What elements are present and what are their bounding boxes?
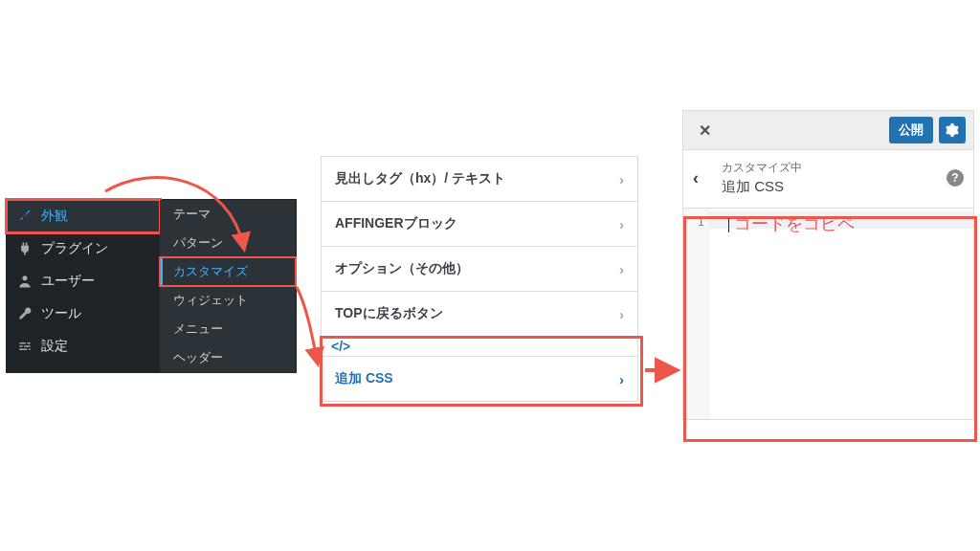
settings-button[interactable] (939, 117, 966, 143)
publish-button[interactable]: 公開 (889, 117, 933, 143)
back-button[interactable]: ‹ (693, 168, 712, 188)
breadcrumb: カスタマイズ中 (722, 160, 937, 176)
sidebar-main-column: 外観 プラグイン ユーザー ツール 設定 (7, 200, 160, 372)
chevron-right-icon: › (619, 371, 624, 387)
row-label: TOPに戻るボタン (335, 305, 443, 322)
sidebar-item-tools[interactable]: ツール (7, 298, 160, 330)
sidebar-submenu-column: テーマ パターン カスタマイズ ウィジェット メニュー ヘッダー (160, 200, 296, 372)
submenu-widgets[interactable]: ウィジェット (160, 286, 296, 315)
wrench-icon (16, 305, 33, 322)
brush-icon (16, 208, 33, 225)
submenu-header[interactable]: ヘッダー (160, 343, 296, 372)
chevron-left-icon: ‹ (693, 168, 699, 187)
submenu-patterns[interactable]: パターン (160, 229, 296, 257)
submenu-customize[interactable]: カスタマイズ (160, 257, 296, 286)
svg-point-0 (22, 276, 27, 280)
row-options-other[interactable]: オプション（その他） › (322, 247, 637, 292)
row-top-button[interactable]: TOPに戻るボタン › (322, 292, 637, 337)
annotation-text: コードをコピペ (734, 214, 855, 233)
line-number: 1 (683, 212, 704, 231)
css-editor[interactable]: 1 コードをコピペ (683, 209, 973, 419)
code-icon: </> (331, 339, 350, 354)
sidebar-item-label: プラグイン (41, 240, 108, 257)
close-button[interactable]: ✕ (691, 117, 718, 143)
panel-title: 追加 CSS (722, 178, 937, 196)
sidebar-item-users[interactable]: ユーザー (7, 265, 160, 298)
sidebar-item-label: ユーザー (41, 273, 95, 290)
close-icon: ✕ (699, 121, 711, 140)
sidebar-item-label: ツール (41, 305, 81, 322)
sliders-icon (16, 338, 33, 355)
row-affinger-block[interactable]: AFFINGERブロック › (322, 202, 637, 247)
plug-icon (16, 240, 33, 257)
row-label: 追加 CSS (335, 370, 393, 387)
gear-icon (946, 123, 959, 137)
sidebar-item-settings[interactable]: 設定 (7, 330, 160, 363)
row-label: 見出しタグ（hx）/ テキスト (335, 170, 505, 187)
sidebar-item-appearance[interactable]: 外観 (7, 200, 160, 232)
text-cursor (728, 218, 729, 232)
sidebar-item-label: 外観 (41, 208, 68, 225)
chevron-right-icon: › (619, 306, 624, 322)
row-label: オプション（その他） (335, 260, 469, 277)
submenu-menus[interactable]: メニュー (160, 315, 296, 343)
sidebar-item-plugins[interactable]: プラグイン (7, 232, 160, 265)
panel-header: ‹ カスタマイズ中 追加 CSS ? (683, 150, 973, 209)
user-icon (16, 273, 33, 290)
customizer-section-list: 見出しタグ（hx）/ テキスト › AFFINGERブロック › オプション（そ… (321, 156, 638, 402)
help-icon: ? (951, 171, 958, 185)
panel-toolbar: ✕ 公開 (683, 111, 973, 150)
css-section-header: </> (322, 337, 637, 357)
chevron-right-icon: › (619, 261, 624, 277)
sidebar-item-label: 設定 (41, 338, 68, 355)
help-button[interactable]: ? (947, 169, 964, 187)
wp-admin-sidebar: 外観 プラグイン ユーザー ツール 設定 テーマ (6, 199, 297, 373)
chevron-right-icon: › (619, 216, 624, 232)
publish-label: 公開 (899, 121, 924, 139)
chevron-right-icon: › (619, 171, 624, 187)
line-number-gutter: 1 (683, 209, 709, 419)
row-additional-css[interactable]: 追加 CSS › (322, 357, 637, 401)
submenu-themes[interactable]: テーマ (160, 200, 296, 229)
row-label: AFFINGERブロック (335, 215, 457, 232)
row-heading-tags[interactable]: 見出しタグ（hx）/ テキスト › (322, 157, 637, 202)
code-area[interactable]: コードをコピペ (709, 209, 973, 419)
additional-css-panel: ✕ 公開 ‹ カスタマイズ中 追加 CSS ? 1 (682, 110, 974, 420)
